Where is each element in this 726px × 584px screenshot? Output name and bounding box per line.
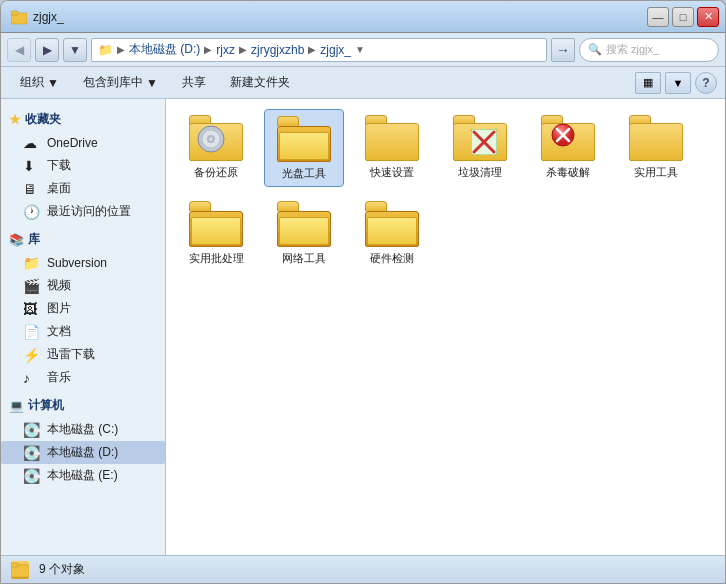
sidebar-item-local-c[interactable]: 💽 本地磁盘 (C:) <box>1 418 165 441</box>
sidebar-item-downloads[interactable]: ⬇ 下载 <box>1 154 165 177</box>
optical-label: 光盘工具 <box>282 166 326 180</box>
title-buttons: — □ ✕ <box>647 7 719 27</box>
include-dropdown-icon: ▼ <box>146 76 158 90</box>
file-item-network[interactable]: 网络工具 <box>264 195 344 271</box>
favorites-header[interactable]: ★ 收藏夹 <box>1 107 165 132</box>
sidebar-item-subversion[interactable]: 📁 Subversion <box>1 252 165 274</box>
address-bar: ◀ ▶ ▼ 📁 ▶ 本地磁盘 (D:) ▶ rjxz ▶ zjrygjxzhb … <box>1 33 725 67</box>
sidebar-item-pictures[interactable]: 🖼 图片 <box>1 297 165 320</box>
desktop-label: 桌面 <box>47 180 71 197</box>
library-label: 库 <box>28 231 40 248</box>
sidebar-section-favorites: ★ 收藏夹 ☁ OneDrive ⬇ 下载 🖥 桌面 🕐 最近访问的位置 <box>1 107 165 223</box>
downloads-icon: ⬇ <box>23 158 41 174</box>
new-folder-label: 新建文件夹 <box>230 74 290 91</box>
videos-label: 视频 <box>47 277 71 294</box>
search-icon: 🔍 <box>588 43 602 56</box>
title-bar-left: zjgjx_ <box>11 9 64 25</box>
disk-e-icon: 💽 <box>23 468 41 484</box>
view-dropdown-button[interactable]: ▼ <box>665 72 691 94</box>
backup-label: 备份还原 <box>194 165 238 179</box>
include-library-button[interactable]: 包含到库中 ▼ <box>72 70 169 96</box>
search-box[interactable]: 🔍 搜索 zjgjx_ <box>579 38 719 62</box>
sidebar-item-videos[interactable]: 🎬 视频 <box>1 274 165 297</box>
favorites-label: 收藏夹 <box>25 111 61 128</box>
sidebar-item-recent[interactable]: 🕐 最近访问的位置 <box>1 200 165 223</box>
file-item-backup[interactable]: 备份还原 <box>176 109 256 187</box>
disk-e-label: 本地磁盘 (E:) <box>47 467 118 484</box>
sidebar-item-xunlei[interactable]: ⚡ 迅雷下载 <box>1 343 165 366</box>
subversion-icon: 📁 <box>23 255 41 271</box>
sidebar-item-desktop[interactable]: 🖥 桌面 <box>1 177 165 200</box>
documents-label: 文档 <box>47 323 71 340</box>
recent-label: 最近访问的位置 <box>47 203 131 220</box>
explorer-window: zjgjx_ — □ ✕ ◀ ▶ ▼ 📁 ▶ 本地磁盘 (D:) ▶ rjxz … <box>0 0 726 584</box>
file-area[interactable]: 备份还原 光盘工具 <box>166 99 725 555</box>
share-label: 共享 <box>182 74 206 91</box>
file-item-batch[interactable]: 实用批处理 <box>176 195 256 271</box>
dropdown-button[interactable]: ▼ <box>63 38 87 62</box>
hardware-label: 硬件检测 <box>370 251 414 265</box>
sidebar-section-library: 📚 库 📁 Subversion 🎬 视频 🖼 图片 📄 文档 <box>1 227 165 389</box>
utils-folder-icon <box>629 115 683 161</box>
onedrive-label: OneDrive <box>47 136 98 150</box>
file-item-trash-cleaner[interactable]: 垃圾清理 <box>440 109 520 187</box>
pictures-icon: 🖼 <box>23 301 41 317</box>
batch-label: 实用批处理 <box>189 251 244 265</box>
path-rjxz[interactable]: rjxz <box>216 43 235 57</box>
maximize-button[interactable]: □ <box>672 7 694 27</box>
batch-folder-icon <box>189 201 243 247</box>
path-drive-d[interactable]: 本地磁盘 (D:) <box>129 41 200 58</box>
file-item-quick-settings[interactable]: 快速设置 <box>352 109 432 187</box>
forward-button[interactable]: ▶ <box>35 38 59 62</box>
computer-label: 计算机 <box>28 397 64 414</box>
sidebar-item-local-d[interactable]: 💽 本地磁盘 (D:) <box>1 441 165 464</box>
svg-rect-1 <box>11 11 18 15</box>
path-zjgjx[interactable]: zjgjx_ <box>320 43 351 57</box>
status-count-text: 9 个对象 <box>39 561 85 578</box>
new-folder-button[interactable]: 新建文件夹 <box>219 70 301 96</box>
share-button[interactable]: 共享 <box>171 70 217 96</box>
help-button[interactable]: ? <box>695 72 717 94</box>
quick-settings-folder-icon <box>365 115 419 161</box>
back-button[interactable]: ◀ <box>7 38 31 62</box>
videos-icon: 🎬 <box>23 278 41 294</box>
file-item-optical[interactable]: 光盘工具 <box>264 109 344 187</box>
file-item-hardware[interactable]: 硬件检测 <box>352 195 432 271</box>
minimize-button[interactable]: — <box>647 7 669 27</box>
trash-cleaner-label: 垃圾清理 <box>458 165 502 179</box>
xunlei-icon: ⚡ <box>23 347 41 363</box>
address-path[interactable]: 📁 ▶ 本地磁盘 (D:) ▶ rjxz ▶ zjrygjxzhb ▶ zjgj… <box>91 38 547 62</box>
quick-settings-label: 快速设置 <box>370 165 414 179</box>
title-bar: zjgjx_ — □ ✕ <box>1 1 725 33</box>
network-folder-icon <box>277 201 331 247</box>
downloads-label: 下载 <box>47 157 71 174</box>
trash-cleaner-folder-icon <box>453 115 507 161</box>
sidebar-item-music[interactable]: ♪ 音乐 <box>1 366 165 389</box>
window-title: zjgjx_ <box>33 10 64 24</box>
main-content: ★ 收藏夹 ☁ OneDrive ⬇ 下载 🖥 桌面 🕐 最近访问的位置 <box>1 99 725 555</box>
utils-label: 实用工具 <box>634 165 678 179</box>
onedrive-icon: ☁ <box>23 135 41 151</box>
file-item-utils[interactable]: 实用工具 <box>616 109 696 187</box>
library-header[interactable]: 📚 库 <box>1 227 165 252</box>
organize-dropdown-icon: ▼ <box>47 76 59 90</box>
pictures-label: 图片 <box>47 300 71 317</box>
path-root-icon: 📁 <box>98 43 113 57</box>
computer-header[interactable]: 💻 计算机 <box>1 393 165 418</box>
file-item-antivirus[interactable]: 杀毒破解 <box>528 109 608 187</box>
sidebar-item-onedrive[interactable]: ☁ OneDrive <box>1 132 165 154</box>
include-label: 包含到库中 <box>83 74 143 91</box>
organize-button[interactable]: 组织 ▼ <box>9 70 70 96</box>
sidebar-item-local-e[interactable]: 💽 本地磁盘 (E:) <box>1 464 165 487</box>
go-button[interactable]: → <box>551 38 575 62</box>
sidebar-item-documents[interactable]: 📄 文档 <box>1 320 165 343</box>
subversion-label: Subversion <box>47 256 107 270</box>
close-button[interactable]: ✕ <box>697 7 719 27</box>
path-zjrygjxzhb[interactable]: zjrygjxzhb <box>251 43 304 57</box>
music-label: 音乐 <box>47 369 71 386</box>
svg-point-5 <box>209 137 213 141</box>
status-folder-icon <box>11 561 29 579</box>
svg-rect-13 <box>11 563 18 567</box>
disk-d-label: 本地磁盘 (D:) <box>47 444 118 461</box>
view-button[interactable]: ▦ <box>635 72 661 94</box>
